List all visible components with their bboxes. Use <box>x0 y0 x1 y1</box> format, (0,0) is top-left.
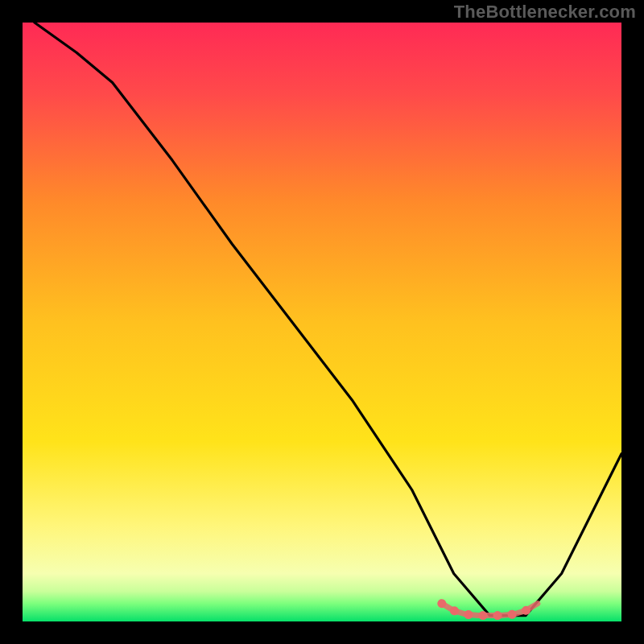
watermark-text: TheBottlenecker.com <box>454 2 636 23</box>
chart-plot <box>23 23 621 621</box>
chart-frame: TheBottlenecker.com <box>0 0 644 644</box>
svg-rect-0 <box>23 23 621 621</box>
chart-svg <box>23 23 621 621</box>
